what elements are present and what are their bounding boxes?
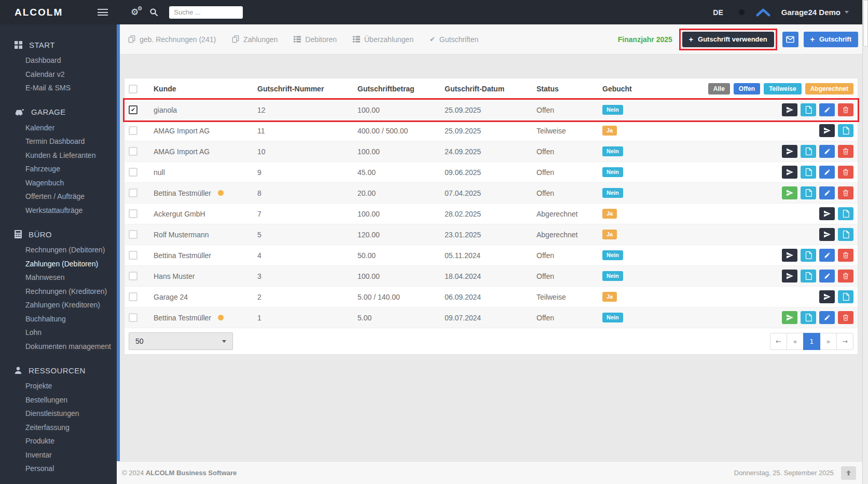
sidebar-item-projekte[interactable]: Projekte	[0, 379, 117, 393]
filter-abgerechnet[interactable]: Abgerechnet	[805, 83, 853, 95]
sidebar-item-rechnungen-kreditoren-[interactable]: Rechnungen (Kreditoren)	[0, 285, 117, 299]
edit-button[interactable]	[819, 270, 835, 283]
sidebar-item-offerten-aufträge[interactable]: Offerten / Aufträge	[0, 190, 117, 204]
pagination-button[interactable]: →	[836, 333, 853, 350]
sidebar-item-zahlungen-debitoren-[interactable]: Zahlungen (Debitoren)	[0, 257, 117, 271]
account-menu[interactable]: Garage24 Demo	[781, 8, 841, 17]
sidebar-item-kunden-lieferanten[interactable]: Kunden & Lieferanten	[0, 149, 117, 163]
sidebar-item-wagenbuch[interactable]: Wagenbuch	[0, 176, 117, 190]
chevron-down-icon[interactable]	[845, 11, 849, 14]
row-checkbox[interactable]	[129, 251, 137, 260]
sidebar-item-dashboard[interactable]: Dashboard	[0, 53, 117, 68]
sidebar-item-werkstattaufträge[interactable]: Werkstattaufträge	[0, 204, 117, 218]
language-selector[interactable]: DE	[713, 8, 723, 17]
row-checkbox[interactable]	[129, 209, 137, 218]
pagination-page-current[interactable]: 1	[803, 333, 820, 350]
page-size-select[interactable]: 50	[129, 332, 233, 350]
filter-teilweise[interactable]: Teilweise	[764, 83, 801, 95]
send-button[interactable]	[782, 103, 797, 116]
sidebar-item-dokumenten-management[interactable]: Dokumenten management	[0, 340, 117, 354]
pdf-button[interactable]	[801, 249, 816, 262]
pdf-button[interactable]	[801, 166, 816, 179]
send-button[interactable]	[782, 249, 797, 262]
sidebar-item-lohn[interactable]: Lohn	[0, 326, 117, 340]
row-checkbox[interactable]: ✔	[129, 105, 137, 114]
send-button[interactable]	[782, 145, 797, 158]
sidebar-item-zeiterfassung[interactable]: Zeiterfassung	[0, 421, 117, 435]
pdf-button[interactable]	[838, 124, 853, 137]
pagination-button[interactable]: «	[787, 333, 804, 350]
sidebar-item-kalender[interactable]: Kalender	[0, 121, 117, 135]
new-credit-button[interactable]: +Gutschrift	[804, 32, 858, 47]
tab-zahlungen[interactable]: Zahlungen	[232, 35, 278, 44]
pdf-button[interactable]	[838, 228, 853, 241]
search-input[interactable]	[169, 6, 243, 19]
pdf-button[interactable]	[801, 270, 816, 283]
row-checkbox[interactable]	[129, 168, 137, 177]
row-checkbox[interactable]	[129, 147, 137, 156]
edit-button[interactable]	[819, 186, 835, 199]
delete-button[interactable]	[838, 186, 853, 199]
delete-button[interactable]	[838, 145, 853, 158]
row-checkbox[interactable]	[129, 230, 137, 239]
edit-button[interactable]	[819, 249, 835, 262]
sidebar-item-zahlungen-kreditoren-[interactable]: Zahlungen (Kreditoren)	[0, 298, 117, 312]
pdf-button[interactable]	[838, 207, 853, 220]
use-credit-button[interactable]: +Gutschrift verwenden	[682, 32, 774, 47]
page-scrollbar[interactable]	[862, 0, 868, 484]
sidebar-item-bestellungen[interactable]: Bestellungen	[0, 393, 117, 407]
sidebar-item-termin-dashboard[interactable]: Termin Dashboard	[0, 135, 117, 149]
edit-button[interactable]	[819, 145, 835, 158]
app-logo[interactable]: ALCOLM	[15, 7, 63, 18]
send-button[interactable]	[782, 166, 797, 179]
filter-offen[interactable]: Offen	[734, 83, 760, 95]
pdf-button[interactable]	[801, 103, 816, 116]
sidebar-item-inventar[interactable]: Inventar	[0, 448, 117, 462]
row-checkbox[interactable]	[129, 126, 137, 135]
sidebar-section-header[interactable]: START	[0, 36, 117, 53]
email-button[interactable]	[782, 32, 798, 47]
delete-button[interactable]	[838, 249, 853, 262]
row-checkbox[interactable]	[129, 189, 137, 197]
send-button[interactable]	[819, 124, 835, 137]
sidebar-item-personal[interactable]: Personal	[0, 462, 117, 476]
send-button[interactable]	[782, 311, 797, 324]
row-checkbox[interactable]	[129, 292, 137, 301]
search-icon[interactable]	[149, 8, 158, 17]
edit-button[interactable]	[819, 103, 835, 116]
scrollbar-thumb[interactable]	[863, 0, 868, 47]
delete-button[interactable]	[838, 311, 853, 324]
sidebar-item-rechnungen-debitoren-[interactable]: Rechnungen (Debitoren)	[0, 243, 117, 257]
sidebar-section-header[interactable]: RESSOURCEN	[0, 361, 117, 379]
sidebar-item-calendar-v2[interactable]: Calendar v2	[0, 68, 117, 82]
pdf-button[interactable]	[801, 145, 816, 158]
sidebar-item-buchhaltung[interactable]: Buchhaltung	[0, 312, 117, 326]
edit-button[interactable]	[819, 311, 835, 324]
row-checkbox[interactable]	[129, 313, 137, 322]
send-button[interactable]	[819, 290, 835, 303]
delete-button[interactable]	[838, 103, 853, 116]
send-button[interactable]	[819, 228, 835, 241]
pdf-button[interactable]	[801, 311, 816, 324]
sidebar-item-e-mail-sms[interactable]: E-Mail & SMS	[0, 81, 117, 95]
sidebar-item-mahnwesen[interactable]: Mahnwesen	[0, 271, 117, 285]
sidebar-item-dienstleistungen[interactable]: Dienstleistungen	[0, 407, 117, 421]
row-checkbox[interactable]	[129, 272, 137, 280]
scroll-to-top-button[interactable]	[841, 466, 856, 480]
sidebar-section-header[interactable]: BÜRO	[0, 225, 117, 243]
sidebar-section-header[interactable]: GARAGE	[0, 103, 117, 121]
delete-button[interactable]	[838, 270, 853, 283]
select-all-checkbox[interactable]	[129, 85, 137, 93]
filter-alle[interactable]: Alle	[708, 83, 730, 95]
send-button[interactable]	[782, 270, 797, 283]
tab-überzahlungen[interactable]: Überzahlungen	[353, 35, 414, 44]
tab-debitoren[interactable]: Debitoren	[294, 35, 337, 44]
send-button[interactable]	[782, 186, 797, 199]
send-button[interactable]	[819, 207, 835, 220]
tab-gutschriften[interactable]: ✔Gutschriften	[430, 35, 478, 44]
sidebar-item-produkte[interactable]: Produkte	[0, 434, 117, 448]
hamburger-menu-icon[interactable]	[98, 9, 108, 16]
sidebar-item-fahrzeuge[interactable]: Fahrzeuge	[0, 162, 117, 176]
pagination-button[interactable]: »	[820, 333, 837, 350]
cogs-icon[interactable]: ⚙⚙	[131, 8, 139, 17]
